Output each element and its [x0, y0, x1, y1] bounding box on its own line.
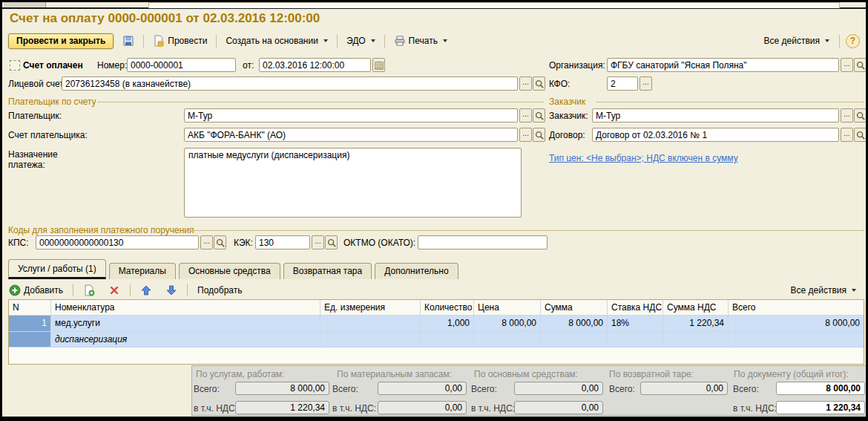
delete-row-button[interactable] [105, 282, 124, 298]
kfo-label: КФО: [549, 79, 570, 89]
payer-lookup-button[interactable]: ... [519, 108, 532, 123]
row-number-cell[interactable] [9, 332, 51, 347]
tab-additional[interactable]: Дополнительно [375, 263, 458, 279]
column-header-price[interactable]: Цена [474, 300, 541, 316]
kps-lookup-button[interactable]: ... [200, 235, 213, 249]
personal-account-search-button[interactable] [533, 76, 545, 91]
table-row-content-line[interactable]: диспансеризация [9, 332, 864, 347]
column-header-n[interactable]: N [9, 300, 51, 316]
tab-returnable-tare[interactable]: Возвратная тара [283, 263, 372, 279]
empty-cell[interactable] [663, 332, 729, 347]
tab-materials[interactable]: Материалы [109, 263, 176, 279]
column-header-unit[interactable]: Ед. измерения [320, 300, 421, 316]
fixed-assets-vat-field: 0,00 [514, 401, 603, 414]
customer-lookup-button[interactable]: ... [841, 108, 853, 123]
services-vat-field: 1 220,34 [235, 401, 329, 414]
personal-account-input[interactable]: 20736123458 (в казначействе) [62, 76, 518, 91]
content-cell[interactable]: диспансеризация [51, 332, 320, 347]
payer-search-button[interactable] [533, 108, 545, 123]
background-tab [4, 2, 46, 7]
empty-cell[interactable] [541, 332, 608, 347]
column-header-total[interactable]: Всего [729, 300, 864, 316]
kek-search-button[interactable] [325, 235, 338, 249]
vat-rate-cell[interactable]: 18% [608, 316, 663, 332]
empty-cell[interactable] [421, 332, 474, 347]
tab-services[interactable]: Услуги / работы (1) [8, 259, 106, 279]
table-row[interactable]: 1 мед.услуги 1,000 8 000,00 8 000,00 18%… [9, 316, 864, 332]
payer-account-search-button[interactable] [533, 128, 545, 142]
purpose-textarea[interactable]: платные медуслуги (диспансеризация) [184, 148, 522, 218]
post-button[interactable]: Провести [149, 33, 211, 49]
edo-button[interactable]: ЭДО [343, 33, 379, 48]
organization-search-button[interactable] [854, 58, 867, 72]
column-header-vat-rate[interactable]: Ставка НДС [608, 300, 663, 316]
print-button[interactable]: Печать [390, 33, 451, 49]
organization-input[interactable]: ФГБУ санаторий "Ясная Поляна" [607, 58, 839, 72]
kfo-lookup-button[interactable]: ... [640, 76, 652, 91]
empty-cell[interactable] [608, 332, 663, 347]
column-header-quantity[interactable]: Количество [421, 300, 474, 316]
contract-search-button[interactable] [854, 128, 867, 142]
copy-row-button[interactable] [79, 282, 99, 298]
table-all-actions-button[interactable]: Все действия [787, 283, 860, 298]
kek-lookup-button[interactable]: ... [312, 235, 324, 249]
total-cell[interactable]: 8 000,00 [729, 316, 864, 332]
arrow-up-icon [140, 284, 152, 296]
number-input[interactable]: 0000-000001 [127, 58, 236, 72]
vat-sum-cell[interactable]: 1 220,34 [663, 316, 729, 332]
add-row-button[interactable]: Добавить [8, 282, 67, 298]
paid-checkbox[interactable] [10, 60, 20, 71]
sum-cell[interactable]: 8 000,00 [541, 316, 608, 332]
chevron-down-icon [852, 289, 856, 292]
kek-input[interactable]: 130 [255, 235, 310, 249]
tab-fixed-assets[interactable]: Основные средства [179, 263, 280, 279]
post-and-close-button[interactable]: Провести и закрыть [8, 33, 114, 49]
empty-cell[interactable] [729, 332, 864, 347]
printer-icon [394, 35, 406, 47]
customer-input[interactable]: М-Тур [592, 108, 839, 123]
move-down-button[interactable] [162, 282, 181, 298]
fixed-assets-total-field: 0,00 [514, 382, 603, 395]
quantity-cell[interactable]: 1,000 [421, 316, 474, 332]
payer-account-lookup-button[interactable]: ... [519, 128, 532, 142]
materials-total-label: Всего: [332, 384, 358, 394]
payer-label: Плательщик: [8, 111, 62, 121]
payer-account-input[interactable]: АКБ "ФОРА-БАНК" (АО) [184, 128, 518, 142]
calendar-button[interactable] [372, 58, 385, 72]
pick-button[interactable]: Подобрать [194, 283, 246, 298]
move-up-button[interactable] [137, 282, 156, 298]
column-header-vat-sum[interactable]: Сумма НДС [663, 300, 729, 316]
date-input[interactable]: 02.03.2016 12:00:00 [259, 58, 371, 72]
post-document-icon [153, 35, 165, 47]
delete-icon [108, 284, 120, 296]
nomenclature-cell[interactable]: мед.услуги [51, 316, 320, 332]
row-number-cell[interactable]: 1 [9, 316, 51, 332]
organization-lookup-button[interactable]: ... [841, 58, 853, 72]
column-header-sum[interactable]: Сумма [541, 300, 608, 316]
save-button[interactable] [119, 33, 138, 49]
empty-cell[interactable] [474, 332, 541, 347]
create-based-on-button[interactable]: Создать на основании [222, 33, 332, 48]
services-vat-label: в т.ч. НДС: [194, 403, 237, 414]
help-button[interactable]: ? [846, 34, 860, 48]
copy-row-icon [83, 284, 95, 296]
payer-input[interactable]: М-Тур [184, 108, 518, 123]
unit-cell[interactable] [320, 316, 421, 332]
contract-lookup-button[interactable]: ... [841, 128, 853, 142]
toolbar-separator [73, 284, 73, 296]
empty-cell[interactable] [320, 332, 421, 347]
personal-account-lookup-button[interactable]: ... [519, 76, 532, 91]
price-cell[interactable]: 8 000,00 [474, 316, 541, 332]
kps-input[interactable]: 00000000000000130 [36, 235, 199, 249]
contract-input[interactable]: Договор от 02.03.2016 № 1 [592, 128, 839, 142]
fixed-assets-totals-title: По основным средствам: [474, 369, 578, 379]
kfo-input[interactable]: 2 [607, 76, 638, 91]
kps-search-button[interactable] [214, 235, 226, 249]
document-total-label: Всего: [733, 384, 759, 394]
oktmo-input[interactable] [418, 235, 548, 249]
price-type-link[interactable]: Тип цен: <Не выбран>; НДС включен в сумм… [549, 153, 738, 163]
column-header-nomenclature[interactable]: Номенклатура [51, 300, 320, 316]
all-actions-button[interactable]: Все действия [760, 33, 833, 48]
customer-search-button[interactable] [854, 108, 867, 123]
payer-group-title: Плательщик по счету [8, 97, 96, 107]
